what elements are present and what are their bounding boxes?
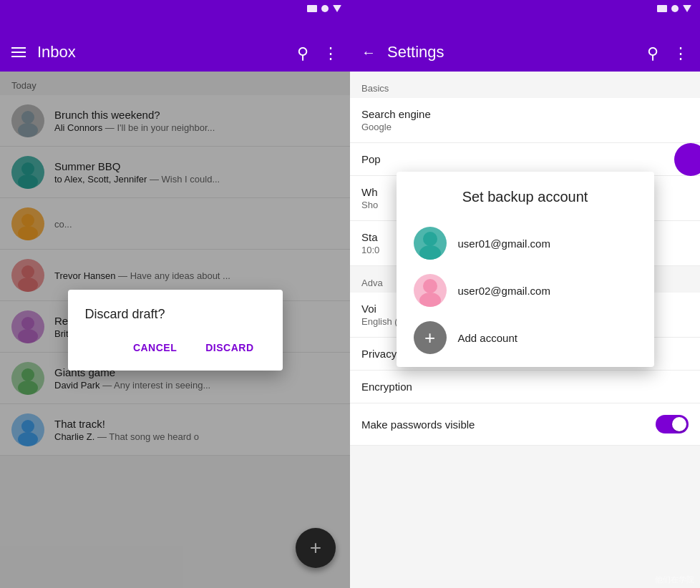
settings-title: Settings — [387, 43, 444, 62]
account-avatar-2 — [414, 274, 447, 307]
discard-button[interactable]: DISCARD — [194, 336, 265, 359]
settings-panel: ← Settings ⚲ ⋮ Basics Search engine Goog… — [350, 0, 700, 588]
search-icon[interactable]: ⚲ — [297, 46, 308, 62]
add-account-icon: + — [414, 321, 447, 354]
pop-label: Pop — [361, 153, 689, 165]
account-item-1[interactable]: user01@gmail.com — [402, 220, 648, 267]
inbox-title: Inbox — [37, 43, 76, 62]
dialog-actions: CANCEL DISCARD — [85, 336, 266, 359]
search-engine-item[interactable]: Search engine Google — [350, 98, 700, 143]
add-account-label: Add account — [458, 332, 517, 344]
basics-label: Basics — [350, 72, 700, 98]
status-bar — [307, 0, 350, 17]
settings-header-actions: ⚲ ⋮ — [647, 46, 689, 62]
wifi-icon — [333, 5, 341, 12]
header-left: Inbox — [11, 43, 297, 62]
svg-point-16 — [423, 279, 437, 293]
backup-account-dialog: Set backup account user01@gmail.com user… — [397, 172, 654, 367]
hamburger-menu-icon[interactable] — [11, 47, 26, 57]
svg-point-17 — [419, 293, 441, 307]
search-engine-label: Search engine — [361, 108, 689, 120]
settings-content: Basics Search engine Google Pop Wh Sho S… — [350, 72, 700, 588]
encryption-item[interactable]: Encryption — [350, 371, 700, 403]
wifi-icon-r — [683, 5, 691, 12]
cancel-button[interactable]: CANCEL — [122, 336, 188, 359]
status-bar-right — [657, 0, 700, 17]
discard-dialog-overlay: Discard draft? CANCEL DISCARD — [0, 72, 350, 588]
account-email-1: user01@gmail.com — [458, 237, 550, 250]
signal-icon — [321, 5, 329, 12]
svg-point-14 — [423, 232, 437, 246]
dialog-title: Discard draft? — [85, 307, 266, 322]
passwords-label: Make passwords visible — [361, 418, 475, 431]
signal-icon-r — [671, 5, 679, 12]
account-email-2: user02@gmail.com — [458, 285, 550, 297]
discard-dialog: Discard draft? CANCEL DISCARD — [68, 290, 283, 371]
more-vert-icon-settings[interactable]: ⋮ — [673, 46, 689, 62]
inbox-content: Today Brunch this weekend? Ali Connors —… — [0, 72, 350, 588]
battery-icon — [307, 5, 317, 12]
backup-dialog-title: Set backup account — [402, 189, 648, 205]
inbox-header: Inbox ⚲ ⋮ — [0, 0, 350, 72]
inbox-panel: Inbox ⚲ ⋮ Today Brunch this weekend? Ali… — [0, 0, 350, 588]
battery-icon-r — [657, 5, 667, 12]
svg-point-15 — [419, 245, 441, 260]
search-engine-value: Google — [361, 122, 689, 132]
account-avatar-1 — [414, 227, 447, 260]
passwords-item[interactable]: Make passwords visible — [350, 403, 700, 446]
add-account-item[interactable]: + Add account — [402, 314, 648, 361]
encryption-label: Encryption — [361, 381, 689, 393]
settings-header: ← Settings ⚲ ⋮ — [350, 0, 700, 72]
more-vert-icon[interactable]: ⋮ — [323, 46, 339, 62]
search-icon-settings[interactable]: ⚲ — [647, 46, 658, 62]
account-item-2[interactable]: user02@gmail.com — [402, 267, 648, 314]
back-icon[interactable]: ← — [361, 45, 376, 59]
passwords-toggle[interactable] — [656, 415, 689, 433]
inbox-header-actions: ⚲ ⋮ — [297, 46, 339, 62]
settings-header-left: ← Settings — [361, 43, 647, 62]
pop-toggle-circle — [674, 143, 700, 176]
watermark: 他们在学院 — [655, 574, 694, 585]
